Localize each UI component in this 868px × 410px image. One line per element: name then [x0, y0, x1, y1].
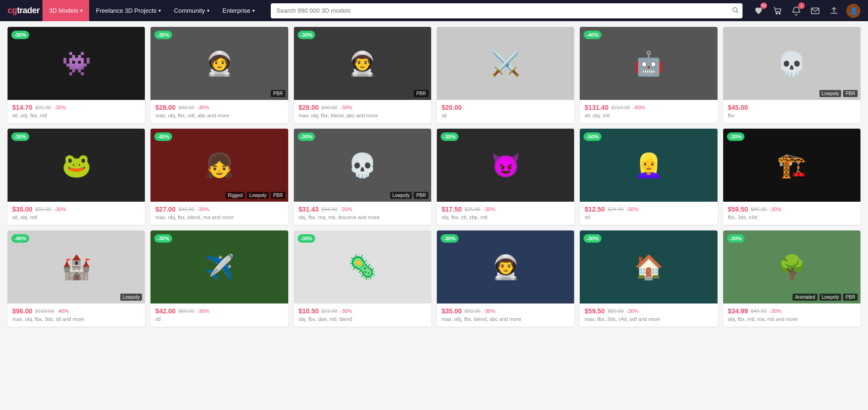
nav-enterprise-label: Enterprise: [223, 7, 250, 14]
tag-badges: RiggedLowpolyPBR: [225, 192, 285, 199]
tag-badges: Lowpoly: [120, 294, 142, 301]
search-button[interactable]: [732, 7, 739, 15]
product-card[interactable]: 👾 -30% $14.70 $21.00 -30% stl, obj, fbx,…: [8, 27, 145, 123]
current-price: $17.50: [442, 205, 462, 213]
product-card[interactable]: 👱‍♀️ -50% $12.50 $24.99 -50% stl: [580, 129, 717, 225]
price-row: $14.70 $21.00 -30%: [12, 104, 140, 111]
discount-pct: -40%: [57, 308, 69, 314]
card-info: $45.00 fbx: [723, 100, 860, 123]
discount-badge: -30%: [154, 234, 172, 243]
discount-pct: -30%: [626, 308, 639, 314]
nav-3d-models[interactable]: 3D Models ▾: [42, 0, 89, 21]
navbar: cgtrader 3D Models ▾ Freelance 3D Projec…: [0, 0, 868, 21]
product-card[interactable]: 🧑‍🚀 -30% PBR $28.00 $40.00 -30% max, obj…: [150, 27, 288, 123]
card-thumbnail: 💀: [723, 27, 860, 100]
tag-badges: PBR: [414, 90, 428, 97]
product-card[interactable]: 💀 LowpolyPBR $45.00 fbx: [723, 27, 860, 123]
tag-badge: Lowpoly: [390, 192, 412, 199]
card-image: 🌳 -30% AnimatedLowpolyPBR: [723, 230, 860, 303]
upload-icon: [829, 6, 839, 16]
search-input[interactable]: [271, 3, 743, 18]
price-row: $42.00 $60.00 -30%: [155, 307, 283, 315]
card-formats: max, fbx, 3ds, c4d, pdf and more: [584, 316, 712, 322]
notification-badge: 1: [798, 2, 805, 9]
card-image: 😈 -30%: [437, 129, 574, 202]
discount-pct: -30%: [483, 308, 495, 314]
notification-button[interactable]: 1: [790, 4, 803, 17]
nav-community[interactable]: Community ▾: [167, 0, 216, 21]
product-card[interactable]: ⚔️ $20.00 stl: [437, 27, 574, 123]
price-row: $10.50 $15.00 -30%: [299, 307, 426, 315]
nav-freelance[interactable]: Freelance 3D Projects ▾: [89, 0, 167, 21]
mail-icon: [810, 6, 820, 16]
tag-badge: Lowpoly: [819, 90, 842, 97]
card-info: $14.70 $21.00 -30% stl, obj, fbx, mtl: [8, 100, 145, 123]
card-info: $42.00 $60.00 -30% stl: [150, 303, 288, 327]
tag-badges: PBR: [271, 90, 285, 97]
product-card[interactable]: 👨‍🚀 -30% $35.00 $50.00 -30% max, obj, fb…: [437, 230, 574, 327]
old-price: $40.00: [321, 105, 337, 110]
price-row: $45.00: [728, 104, 856, 111]
card-image: 👱‍♀️ -50%: [580, 129, 717, 202]
wishlist-button[interactable]: 50: [752, 4, 765, 17]
price-row: $35.00 $50.00 -30%: [442, 307, 569, 315]
current-price: $12.50: [584, 205, 605, 213]
discount-pct: -30%: [340, 105, 352, 110]
product-card[interactable]: 🏰 -40% Lowpoly $96.00 $160.00 -40% max, …: [8, 230, 145, 327]
card-info: $20.00 stl: [437, 100, 574, 123]
search-icon: [732, 7, 739, 13]
card-info: $96.00 $160.00 -40% max, obj, fbx, 3ds, …: [8, 303, 145, 327]
card-image: 💀 LowpolyPBR: [723, 27, 860, 100]
product-card[interactable]: 🐸 -30% $35.00 $50.00 -30% stl, obj, mtl: [8, 129, 145, 225]
discount-pct: -30%: [197, 206, 209, 212]
card-image: ✈️ -30%: [150, 230, 288, 303]
product-card[interactable]: 🦠 -30% $10.50 $15.00 -30% obj, fbx, dae,…: [294, 230, 431, 327]
current-price: $45.00: [728, 104, 748, 111]
discount-pct: -30%: [54, 105, 66, 110]
svg-point-2: [776, 13, 777, 14]
product-grid: 👾 -30% $14.70 $21.00 -30% stl, obj, fbx,…: [0, 21, 868, 332]
price-row: $59.50 $85.00 -30%: [584, 307, 712, 315]
card-thumbnail: 🧑‍🚀: [150, 27, 288, 100]
product-card[interactable]: 😈 -30% $17.50 $25.00 -30% obj, fbx, ztl,…: [437, 129, 574, 225]
old-price: $25.00: [465, 206, 481, 212]
product-card[interactable]: ✈️ -30% $42.00 $60.00 -30% stl: [150, 230, 288, 327]
product-card[interactable]: 👨‍🚀 -30% PBR $28.00 $40.00 -30% max, obj…: [294, 27, 431, 123]
current-price: $31.43: [299, 205, 319, 213]
card-image: 👨‍🚀 -30% PBR: [294, 27, 431, 100]
card-formats: obj, fbx, ma, mb, tbscene and more: [299, 214, 426, 220]
card-image: ⚔️: [437, 27, 574, 100]
current-price: $59.50: [584, 307, 605, 315]
product-card[interactable]: 🏗️ -30% $59.50 $85.00 -30% fbx, 3ds, c4d: [723, 129, 860, 225]
nav-enterprise[interactable]: Enterprise ▾: [216, 0, 261, 21]
price-row: $59.50 $85.00 -30%: [728, 205, 856, 213]
site-logo[interactable]: cgtrader: [8, 6, 40, 16]
card-formats: obj, fbx, dae, mtl, blend: [299, 316, 426, 322]
card-thumbnail: 😈: [437, 129, 574, 202]
old-price: $160.00: [35, 308, 54, 314]
nav-community-label: Community: [174, 7, 205, 14]
discount-badge: -30%: [727, 234, 745, 243]
current-price: $131.40: [584, 104, 609, 111]
messages-button[interactable]: [809, 4, 822, 17]
product-card[interactable]: 💀 -30% LowpolyPBR $31.43 $44.00 -30% obj…: [294, 129, 431, 225]
product-card[interactable]: 🏠 -30% $59.50 $85.00 -30% max, fbx, 3ds,…: [580, 230, 717, 327]
product-card[interactable]: 👧 -40% RiggedLowpolyPBR $27.00 $45.00 -3…: [150, 129, 288, 225]
product-card[interactable]: 🤖 -40% $131.40 $219.00 -40% stl, obj, mt…: [580, 27, 717, 123]
old-price: $85.00: [608, 308, 624, 314]
product-card[interactable]: 🌳 -30% AnimatedLowpolyPBR $34.99 $49.99 …: [723, 230, 860, 327]
cart-icon: [773, 6, 782, 16]
card-info: $131.40 $219.00 -40% stl, obj, mtl: [580, 100, 717, 123]
current-price: $14.70: [12, 104, 33, 111]
card-thumbnail: ⚔️: [437, 27, 574, 100]
cart-button[interactable]: [771, 4, 784, 17]
discount-badge: -30%: [298, 132, 316, 141]
discount-badge: -30%: [584, 234, 601, 243]
upload-button[interactable]: [827, 4, 841, 17]
avatar[interactable]: 👤: [846, 4, 860, 18]
svg-point-3: [779, 13, 780, 14]
discount-badge: -40%: [11, 234, 29, 243]
discount-badge: -40%: [584, 31, 601, 39]
old-price: $40.00: [178, 105, 194, 110]
card-thumbnail: 🌳: [723, 230, 860, 303]
